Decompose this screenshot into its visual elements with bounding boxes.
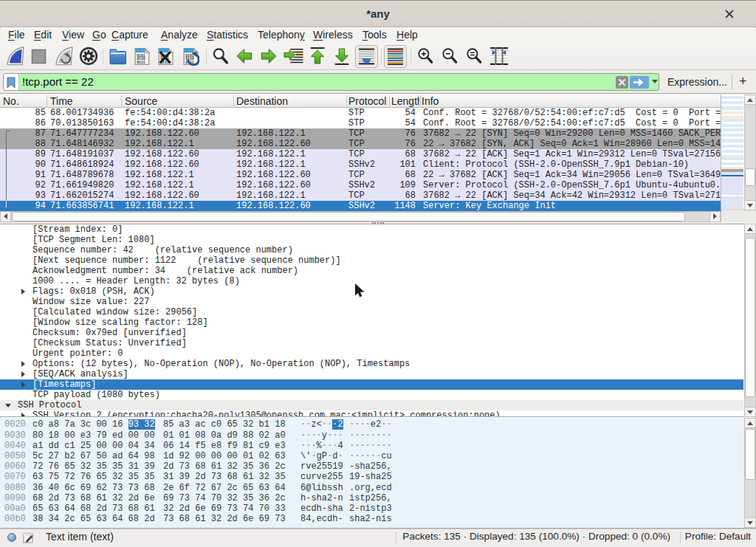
svg-text:0111: 0111 (137, 61, 145, 64)
